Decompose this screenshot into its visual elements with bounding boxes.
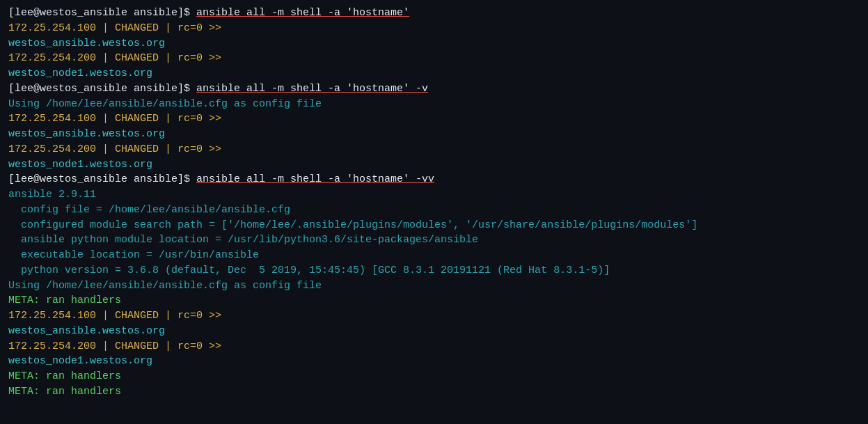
terminal-line: westos_node1.westos.org: [8, 157, 860, 173]
terminal-line: python version = 3.6.8 (default, Dec 5 2…: [8, 263, 860, 278]
terminal-line: westos_node1.westos.org: [8, 66, 860, 81]
terminal-line: META: ran handlers: [8, 384, 860, 400]
terminal-line: configured module search path = ['/home/…: [8, 218, 860, 233]
terminal-line: config file = /home/lee/ansible/ansible.…: [8, 203, 860, 218]
terminal-line: westos_node1.westos.org: [8, 354, 860, 369]
terminal-line: executable location = /usr/bin/ansible: [8, 248, 860, 263]
terminal-line: [lee@westos_ansible ansible]$ ansible al…: [8, 6, 860, 21]
terminal-line: 172.25.254.100 | CHANGED | rc=0 >>: [8, 308, 860, 324]
terminal-line: westos_ansible.westos.org: [8, 36, 860, 52]
terminal-window[interactable]: [lee@westos_ansible ansible]$ ansible al…: [0, 0, 868, 424]
terminal-line: [lee@westos_ansible ansible]$ ansible al…: [8, 81, 860, 97]
terminal-line: Using /home/lee/ansible/ansible.cfg as c…: [8, 97, 860, 112]
terminal-line: META: ran handlers: [8, 293, 860, 308]
terminal-line: westos_ansible.westos.org: [8, 127, 860, 142]
terminal-line: 172.25.254.200 | CHANGED | rc=0 >>: [8, 142, 860, 157]
terminal-line: META: ran handlers: [8, 369, 860, 384]
terminal-line: 172.25.254.100 | CHANGED | rc=0 >>: [8, 111, 860, 127]
terminal-line: [lee@westos_ansible ansible]$ ansible al…: [8, 172, 860, 187]
terminal-line: 172.25.254.200 | CHANGED | rc=0 >>: [8, 51, 860, 66]
terminal-line: westos_ansible.westos.org: [8, 324, 860, 339]
terminal-line: ansible python module location = /usr/li…: [8, 233, 860, 248]
terminal-line: ansible 2.9.11: [8, 187, 860, 203]
terminal-line: 172.25.254.100 | CHANGED | rc=0 >>: [8, 21, 860, 36]
terminal-line: Using /home/lee/ansible/ansible.cfg as c…: [8, 278, 860, 294]
terminal-line: 172.25.254.200 | CHANGED | rc=0 >>: [8, 339, 860, 354]
